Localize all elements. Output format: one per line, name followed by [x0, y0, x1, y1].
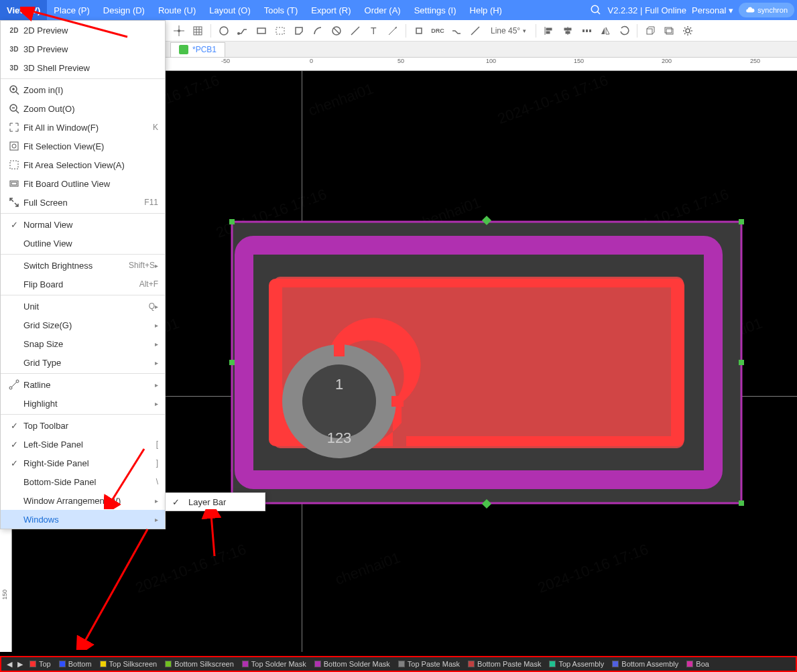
- cloud-icon: [745, 5, 755, 15]
- tool-ban[interactable]: [328, 22, 345, 40]
- menu-item-label: Fit Area Selection View(A): [23, 160, 158, 170]
- svg-rect-12: [257, 28, 265, 33]
- view-menu-snap-size[interactable]: Snap Size▸: [1, 334, 165, 353]
- menu-help[interactable]: Help (H): [463, 0, 509, 20]
- layer-item-top-solder-mask[interactable]: Top Solder Mask: [238, 660, 310, 668]
- tool-diff-pair[interactable]: [467, 22, 484, 40]
- view-menu-ratline[interactable]: Ratline▸: [1, 375, 165, 394]
- tool-text[interactable]: T: [365, 22, 383, 40]
- view-menu-fit-selection-view-e-[interactable]: Fit Selection View(E): [1, 137, 165, 155]
- view-menu-fit-area-selection-view-a-[interactable]: Fit Area Selection View(A): [1, 155, 165, 174]
- tool-settings[interactable]: [679, 22, 696, 40]
- menu-order[interactable]: Order (A): [358, 0, 408, 20]
- menu-shortcut: ]: [156, 458, 158, 468]
- tool-drc[interactable]: DRC: [429, 22, 446, 40]
- tool-line[interactable]: [347, 22, 364, 40]
- search-icon[interactable]: [590, 4, 602, 16]
- layer-next[interactable]: ▶: [15, 659, 25, 669]
- layer-item-bottom[interactable]: Bottom: [55, 660, 96, 668]
- tool-poly[interactable]: [290, 22, 308, 40]
- submenu-layer-bar[interactable]: ✓ Layer Bar: [166, 493, 265, 511]
- layer-item-bottom-solder-mask[interactable]: Bottom Solder Mask: [310, 660, 394, 668]
- layer-name: Top: [39, 660, 51, 668]
- layer-item-top[interactable]: Top: [25, 660, 55, 668]
- layer-item-bottom-assembly[interactable]: Bottom Assembly: [608, 660, 682, 668]
- pcb-component[interactable]: 1 123: [225, 215, 748, 510]
- layer-name: Top Assembly: [558, 660, 604, 668]
- tool-dim[interactable]: [384, 22, 402, 40]
- tool-mirror[interactable]: [597, 22, 614, 40]
- tool-align-left[interactable]: [540, 22, 558, 40]
- line-angle-dropdown[interactable]: Line 45° ▾: [485, 26, 532, 36]
- view-menu-full-screen[interactable]: Full ScreenF11: [1, 193, 165, 212]
- ratline-icon: [7, 379, 21, 390]
- svg-rect-5: [194, 27, 202, 35]
- view-menu-right-side-panel[interactable]: ✓Right-Side Panel]: [1, 454, 165, 472]
- sync-button[interactable]: synchron: [739, 3, 794, 17]
- layer-item-bottom-paste-mask[interactable]: Bottom Paste Mask: [464, 660, 545, 668]
- tool-snap[interactable]: [170, 22, 188, 40]
- svg-rect-19: [416, 28, 422, 33]
- tool-circle[interactable]: [215, 22, 233, 40]
- view-menu-windows[interactable]: Windows▸: [1, 510, 165, 529]
- view-menu-2d-preview[interactable]: 2D2D Preview: [1, 21, 165, 40]
- layer-prev[interactable]: ◀: [4, 659, 15, 669]
- layer-item-top-paste-mask[interactable]: Top Paste Mask: [394, 660, 464, 668]
- view-menu-grid-size-g-[interactable]: Grid Size(G)▸: [1, 316, 165, 334]
- view-menu-top-toolbar[interactable]: ✓Top Toolbar: [1, 416, 165, 435]
- menu-design[interactable]: Design (D): [97, 0, 151, 20]
- menu-export[interactable]: Export (R): [304, 0, 357, 20]
- tool-distribute[interactable]: [578, 22, 595, 40]
- menu-layout[interactable]: Layout (O): [202, 0, 257, 20]
- view-menu-left-side-panel[interactable]: ✓Left-Side Panel[: [1, 435, 165, 454]
- tool-3d[interactable]: [641, 22, 659, 40]
- tool-region[interactable]: [271, 22, 289, 40]
- view-menu-bottom-side-panel[interactable]: Bottom-Side Panel\: [1, 472, 165, 491]
- view-menu-3d-preview[interactable]: 3D3D Preview: [1, 40, 165, 58]
- tool-arc[interactable]: [309, 22, 326, 40]
- tool-via[interactable]: [410, 22, 428, 40]
- view-menu-outline-view[interactable]: Outline View: [1, 234, 165, 253]
- view-menu-highlight[interactable]: Highlight▸: [1, 394, 165, 413]
- view-menu-fit-board-outline-view[interactable]: Fit Board Outline View: [1, 174, 165, 193]
- tool-grid[interactable]: [189, 22, 206, 40]
- menu-route[interactable]: Route (U): [151, 0, 202, 20]
- ruler-tick: 250: [750, 58, 760, 64]
- menu-separator: [1, 78, 165, 79]
- view-menu-fit-all-in-window-f-[interactable]: Fit All in Window(F)K: [1, 118, 165, 137]
- view-menu-normal-view[interactable]: ✓Normal View: [1, 215, 165, 234]
- menu-tools[interactable]: Tools (T): [257, 0, 305, 20]
- ruler-tick: 50: [397, 58, 404, 64]
- view-menu-grid-type[interactable]: Grid Type▸: [1, 353, 165, 372]
- view-menu-unit[interactable]: UnitQ▸: [1, 297, 165, 316]
- account-dropdown[interactable]: Personal ▾: [692, 5, 733, 15]
- menu-settings[interactable]: Settings (I): [408, 0, 463, 20]
- tool-rect[interactable]: [253, 22, 270, 40]
- svg-rect-60: [11, 182, 17, 185]
- menu-separator: [1, 414, 165, 415]
- view-menu-flip-board[interactable]: Flip BoardAlt+F: [1, 275, 165, 293]
- view-menu-window-arrangement-w-[interactable]: Window Arrangement(W)▸: [1, 491, 165, 510]
- tool-rotate[interactable]: [615, 22, 633, 40]
- view-menu-switch-brightness[interactable]: Switch BrightnessShift+S▸: [1, 256, 165, 275]
- menu-item-label: Ratline: [23, 380, 155, 390]
- layer-item-bottom-silkscreen[interactable]: Bottom Silkscreen: [161, 660, 238, 668]
- tool-layer[interactable]: [660, 22, 678, 40]
- menu-item-label: 2D Preview: [23, 25, 158, 36]
- view-menu-zoom-out-o-[interactable]: Zoom Out(O): [1, 99, 165, 118]
- tab-pcb1[interactable]: *PCB1: [170, 42, 225, 57]
- tool-track[interactable]: [234, 22, 251, 40]
- view-menu-3d-shell-preview[interactable]: 3D3D Shell Preview: [1, 58, 165, 77]
- menu-place[interactable]: Place (P): [47, 0, 96, 20]
- fit-icon: [7, 122, 21, 133]
- view-menu-zoom-in-i-[interactable]: Zoom in(I): [1, 80, 165, 99]
- tool-align-center[interactable]: [559, 22, 576, 40]
- layer-bar: ◀ ▶ TopBottomTop SilkscreenBottom Silksc…: [0, 656, 797, 672]
- menu-view[interactable]: View (V): [0, 0, 47, 20]
- tool-route-track[interactable]: [448, 22, 465, 40]
- layer-item-top-assembly[interactable]: Top Assembly: [545, 660, 608, 668]
- menu-separator: [1, 373, 165, 374]
- windows-submenu: ✓ Layer Bar: [165, 492, 265, 511]
- layer-item-boa[interactable]: Boa: [682, 660, 713, 668]
- layer-item-top-silkscreen[interactable]: Top Silkscreen: [96, 660, 162, 668]
